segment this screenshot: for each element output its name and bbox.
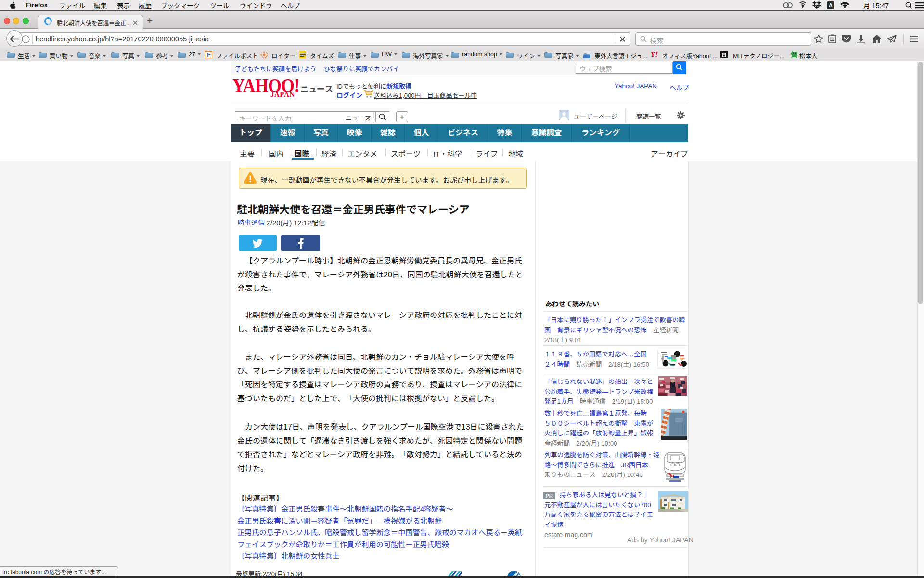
svg-text:i: i — [25, 36, 26, 42]
